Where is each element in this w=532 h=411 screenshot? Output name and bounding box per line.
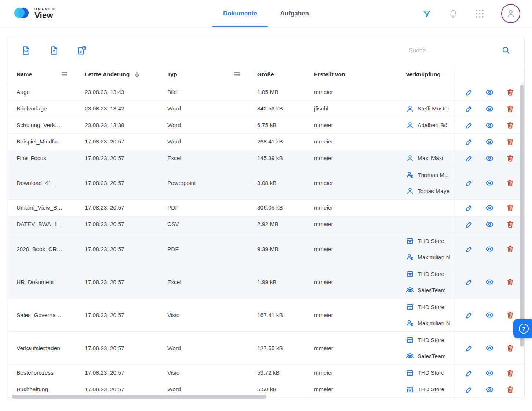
view-button[interactable]	[485, 88, 494, 97]
cell-links: THD Store	[406, 365, 455, 381]
delete-button[interactable]	[506, 245, 514, 253]
cell-modified: 17.08.23, 20:57	[85, 155, 167, 161]
delete-button[interactable]	[506, 220, 514, 229]
table-row[interactable]: Bestellprozess17.08.23, 20:57Visio59.72 …	[8, 365, 524, 381]
table-row[interactable]: Beispiel_Mindfa…17.08.23, 20:57Word268.4…	[8, 134, 524, 150]
create-word-document-button[interactable]: w	[21, 45, 31, 56]
row-actions	[455, 167, 524, 199]
edit-button[interactable]	[465, 311, 473, 319]
tab-dokumente[interactable]: Dokumente	[212, 0, 268, 27]
row-actions	[455, 117, 524, 133]
edit-button[interactable]	[465, 204, 473, 212]
tab-aufgaben[interactable]: Aufgaben	[270, 0, 320, 27]
edit-button[interactable]	[465, 154, 473, 163]
view-button[interactable]	[485, 138, 494, 146]
cell-created-by: mmeier	[314, 180, 406, 186]
delete-button[interactable]	[506, 311, 514, 319]
column-menu-icon[interactable]	[233, 70, 241, 78]
view-button[interactable]	[485, 245, 494, 253]
bell-icon[interactable]	[448, 9, 458, 19]
edit-button[interactable]	[465, 344, 473, 352]
apps-grid-icon[interactable]	[475, 9, 484, 18]
search-icon[interactable]	[502, 46, 510, 55]
delete-button[interactable]	[506, 369, 514, 377]
table-row[interactable]: Auge23.08.23, 13:43Bild1.85 MBmmeier	[8, 84, 524, 101]
table-row[interactable]: Schulung_Verk…23.08.23, 13:38Word6.75 kB…	[8, 117, 524, 134]
delete-button[interactable]	[506, 179, 514, 187]
table-row[interactable]: Fine_Focus17.08.23, 20:57Excel145.39 kBm…	[8, 150, 524, 167]
delete-button[interactable]	[506, 385, 514, 394]
view-button[interactable]	[485, 278, 494, 286]
store-icon	[406, 303, 414, 311]
store-icon	[406, 237, 414, 245]
edit-button[interactable]	[465, 278, 473, 286]
table-row[interactable]: Umami_View_B…17.08.23, 20:57PDF306.05 kB…	[8, 200, 524, 216]
cell-name: Download_41_	[17, 180, 85, 186]
cell-name: HR_Dokument	[17, 279, 85, 285]
view-button[interactable]	[485, 179, 494, 187]
row-actions	[455, 381, 524, 397]
delete-button[interactable]	[506, 278, 514, 286]
edit-button[interactable]	[465, 88, 473, 97]
edit-button[interactable]	[465, 385, 473, 394]
vertical-scrollbar[interactable]	[520, 85, 524, 347]
column-header-size: Größe	[257, 71, 274, 78]
filter-icon[interactable]	[422, 9, 431, 18]
cell-size: 9.39 MB	[257, 246, 314, 252]
delete-button[interactable]	[506, 88, 514, 97]
table-row[interactable]: Sales_Governa…17.08.23, 20:57Visio167.41…	[8, 299, 524, 332]
delete-button[interactable]	[506, 105, 514, 113]
view-button[interactable]	[485, 154, 494, 163]
cell-modified: 17.08.23, 20:57	[85, 138, 167, 145]
view-button[interactable]	[485, 105, 494, 113]
delete-button[interactable]	[506, 154, 514, 163]
search-input[interactable]	[409, 47, 495, 54]
delete-button[interactable]	[506, 138, 514, 146]
view-button[interactable]	[485, 311, 494, 319]
view-button[interactable]	[485, 344, 494, 352]
view-button[interactable]	[485, 220, 494, 229]
cell-links: THD StoreMaximilian N	[406, 233, 455, 265]
column-menu-icon[interactable]	[61, 70, 68, 78]
cell-type: Bild	[167, 89, 257, 95]
view-button[interactable]	[485, 385, 494, 394]
edit-button[interactable]	[465, 245, 473, 253]
create-excel-document-button[interactable]: x	[48, 45, 59, 56]
delete-button[interactable]	[506, 121, 514, 130]
edit-button[interactable]	[465, 105, 473, 113]
table-header: Name Letzte Änderung Typ Größe Erstellt …	[8, 65, 524, 84]
sort-desc-icon[interactable]	[133, 70, 141, 78]
view-button[interactable]	[485, 121, 494, 130]
horizontal-scrollbar[interactable]	[12, 395, 266, 399]
cell-created-by: mmeier	[314, 279, 406, 285]
edit-button[interactable]	[465, 179, 473, 187]
table-row[interactable]: DATEV_BWA_1_17.08.23, 20:57CSV2.92 MBmme…	[8, 216, 524, 233]
view-button[interactable]	[485, 204, 494, 212]
row-actions	[455, 365, 524, 381]
link-label: THD Store	[418, 271, 444, 277]
delete-button[interactable]	[506, 344, 514, 352]
link-label: THD Store	[418, 238, 444, 244]
add-document-button[interactable]	[76, 45, 87, 56]
link-entry: THD Store	[406, 332, 455, 348]
table-row[interactable]: Download_41_17.08.23, 20:57Powerpoint3.0…	[8, 167, 524, 200]
link-label: SalesTeam	[418, 287, 446, 294]
view-button[interactable]	[485, 369, 494, 377]
cell-links: Maxi Maxi	[406, 150, 455, 166]
help-button[interactable]: ?	[513, 319, 532, 338]
table-row[interactable]: 2020_Book_CR…17.08.23, 20:57PDF9.39 MBmm…	[8, 233, 524, 266]
cell-name: Verkaufsleitfaden	[17, 345, 85, 352]
table-row[interactable]: HR_Dokument17.08.23, 20:57Excel1.99 kBmm…	[8, 266, 524, 299]
cell-created-by: mmeier	[314, 312, 406, 319]
edit-button[interactable]	[465, 369, 473, 377]
delete-button[interactable]	[506, 204, 514, 212]
cell-created-by: mmeier	[314, 122, 406, 128]
edit-button[interactable]	[465, 121, 473, 130]
row-actions	[455, 332, 524, 364]
table-row[interactable]: Briefvorlage23.08.23, 13:42Word842.53 kB…	[8, 101, 524, 117]
edit-button[interactable]	[465, 220, 473, 229]
table-row[interactable]: Verkaufsleitfaden17.08.23, 20:57Word127.…	[8, 332, 524, 365]
link-entry: Adalbert Bö	[406, 117, 455, 133]
user-avatar[interactable]	[501, 4, 520, 23]
edit-button[interactable]	[465, 138, 473, 146]
